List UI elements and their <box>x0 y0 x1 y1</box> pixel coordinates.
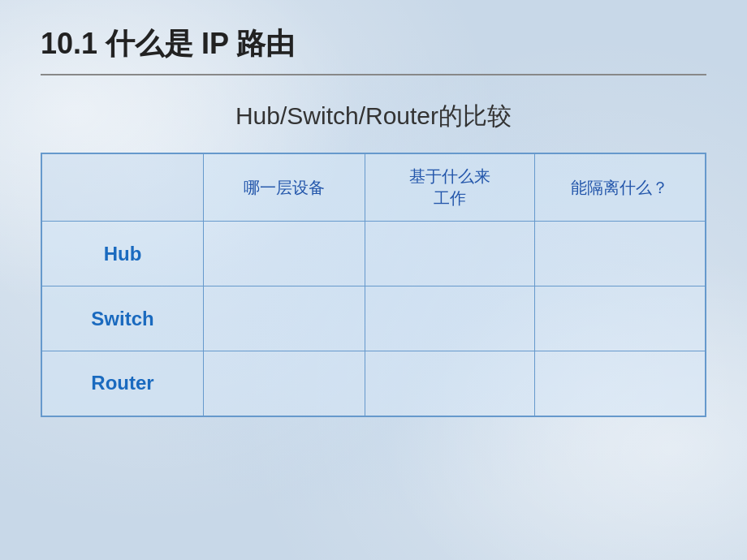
page-title: 10.1 什么是 IP 路由 <box>41 24 706 64</box>
row-switch-isolate <box>534 286 706 351</box>
row-hub-layer <box>204 222 365 286</box>
row-router-name: Router <box>41 351 204 416</box>
row-hub-basis <box>365 222 534 286</box>
row-router-isolate <box>534 351 706 416</box>
subtitle: Hub/Switch/Router的比较 <box>41 100 706 133</box>
table-row-hub: Hub <box>41 222 706 286</box>
row-switch-basis <box>365 286 534 351</box>
table-row-switch: Switch <box>41 286 706 351</box>
comparison-table: 哪一层设备 基于什么来 工作 能隔离什么？ Hub Switch <box>41 153 706 417</box>
row-switch-layer <box>204 286 365 351</box>
table-header-row: 哪一层设备 基于什么来 工作 能隔离什么？ <box>41 153 706 222</box>
row-hub-isolate <box>534 222 706 286</box>
header-isolate: 能隔离什么？ <box>534 153 706 222</box>
table-row-router: Router <box>41 351 706 416</box>
page-container: 10.1 什么是 IP 路由 Hub/Switch/Router的比较 哪一层设… <box>0 0 747 560</box>
header-empty <box>41 153 204 222</box>
row-router-layer <box>204 351 365 416</box>
title-divider <box>41 74 706 75</box>
row-switch-name: Switch <box>41 286 204 351</box>
row-router-basis <box>365 351 534 416</box>
header-layer: 哪一层设备 <box>204 153 365 222</box>
header-basis: 基于什么来 工作 <box>365 153 534 222</box>
row-hub-name: Hub <box>41 222 204 286</box>
